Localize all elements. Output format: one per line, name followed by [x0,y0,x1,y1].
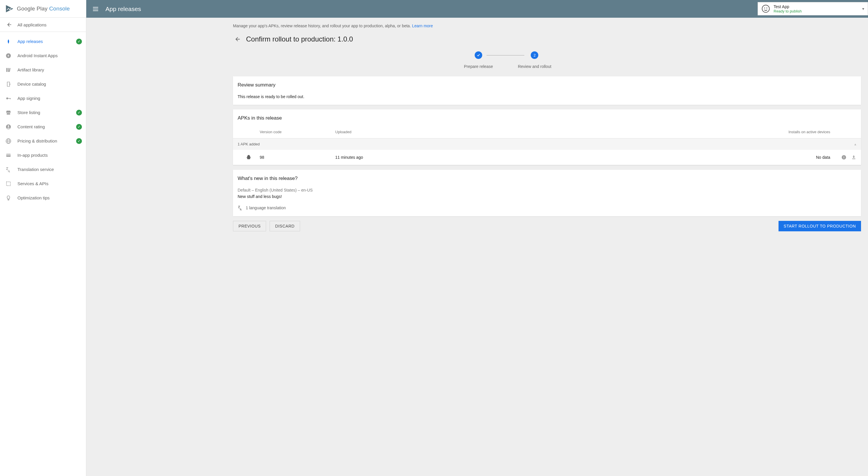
logo[interactable]: Google Play Console [0,0,86,18]
whats-new-title: What's new in this release? [238,176,857,181]
globe-icon [5,138,11,144]
nav-instant-apps[interactable]: Android Instant Apps [0,48,86,63]
whats-new-card: What's new in this release? Default – En… [233,170,861,216]
switcher-app-name: Test App [774,4,859,9]
nav-artifact-library[interactable]: Artifact library [0,63,86,77]
svg-point-21 [844,156,844,157]
check-icon: ✓ [76,124,82,130]
all-applications-link[interactable]: All applications [0,18,86,32]
sidebar: Google Play Console All applications App… [0,0,86,476]
apk-uploaded: 11 minutes ago [335,155,764,160]
download-icon[interactable] [851,155,857,160]
step-connector [487,55,524,56]
nav-services-apis[interactable]: Services & APIs [0,176,86,191]
check-icon: ✓ [76,39,82,44]
svg-point-18 [766,7,767,8]
all-applications-label: All applications [18,22,46,27]
step-number: 2 [531,52,538,59]
svg-point-9 [8,125,9,127]
intro-text: Manage your app's APKs, review release h… [86,18,868,32]
svg-point-17 [764,7,765,8]
previous-button[interactable]: PREVIOUS [233,221,266,231]
svg-rect-6 [8,98,11,99]
arrow-back-icon [6,22,12,28]
android-icon [246,155,251,160]
check-icon: ✓ [76,138,82,144]
nav-store-listing[interactable]: Store listing ✓ [0,105,86,120]
back-arrow-icon[interactable] [235,36,241,42]
info-icon[interactable] [841,155,846,160]
stepper: Prepare release 2 Review and rollout [147,52,868,69]
main: App releases Test App Ready to publish ▾… [86,0,868,476]
nav-in-app-products[interactable]: In-app products [0,148,86,162]
nav-translation-service[interactable]: Translation service [0,162,86,176]
key-icon [5,96,11,101]
nav-label: Artifact library [18,67,82,72]
step-prepare-release[interactable]: Prepare release [464,52,493,69]
device-icon [5,81,11,87]
rocket-icon [5,39,11,44]
library-icon [5,67,11,73]
app-switcher[interactable]: Test App Ready to publish ▾ [757,2,868,15]
apk-group-label: 1 APK added [238,142,260,146]
apk-group-row[interactable]: 1 APK added ▴ [233,138,861,150]
logo-text: Google Play Console [17,5,70,12]
nav-pricing-distribution[interactable]: Pricing & distribution ✓ [0,134,86,148]
svg-rect-20 [844,157,844,159]
translation-count: 1 language translation [246,205,286,210]
store-icon [5,110,11,115]
nav-content-rating[interactable]: Content rating ✓ [0,120,86,134]
nav-label: In-app products [18,153,82,158]
nav-label: Pricing & distribution [18,138,70,143]
whats-new-body: New stuff and less bugs! [238,194,857,199]
translate-icon [5,167,11,172]
nav-label: Device catalog [18,81,82,87]
dropdown-caret-icon: ▾ [862,6,864,11]
action-buttons: PREVIOUS DISCARD START ROLLOUT TO PRODUC… [233,221,861,231]
nav-label: Services & APIs [18,181,82,186]
app-face-icon [762,4,770,13]
page-title: Confirm rollout to production: 1.0.0 [246,35,353,43]
svg-rect-7 [10,98,10,99]
svg-rect-15 [6,182,10,185]
step-label: Review and rollout [518,64,551,69]
svg-marker-0 [6,5,13,12]
translate-icon [238,205,243,210]
learn-more-link[interactable]: Learn more [412,24,433,28]
nav-optimization-tips[interactable]: Optimization tips [0,191,86,205]
nav-label: Content rating [18,124,70,129]
extension-icon [5,181,11,186]
apks-title: APKs in this release [238,115,857,121]
bolt-icon [5,53,11,59]
play-console-logo-icon [5,4,14,13]
svg-rect-2 [6,68,7,72]
col-version-code: Version code [260,130,335,134]
apks-table-header: Version code Uploaded Installs on active… [233,127,861,138]
nav-label: Optimization tips [18,195,82,200]
apk-installs: No data [764,155,830,160]
bulb-icon [5,195,11,201]
card-icon [5,152,11,158]
step-done-icon [475,52,482,59]
nav-label: Store listing [18,110,70,115]
discard-button[interactable]: DISCARD [270,221,300,231]
start-rollout-button[interactable]: START ROLLOUT TO PRODUCTION [778,221,861,231]
switcher-app-status: Ready to publish [774,9,859,13]
apk-row: 98 11 minutes ago No data [233,150,861,165]
review-summary-body: This release is ready to be rolled out. [238,94,857,99]
svg-rect-3 [8,68,9,72]
check-icon: ✓ [76,110,82,115]
review-summary-card: Review summary This release is ready to … [233,76,861,105]
nav-label: Translation service [18,167,82,172]
language-translation-row[interactable]: 1 language translation [238,205,857,210]
svg-point-16 [762,5,770,12]
nav-device-catalog[interactable]: Device catalog [0,77,86,91]
topbar: App releases [86,0,868,18]
nav-app-signing[interactable]: App signing [0,91,86,105]
col-uploaded: Uploaded [335,130,764,134]
step-label: Prepare release [464,64,493,69]
nav-app-releases[interactable]: App releases ✓ [0,34,86,48]
step-review-rollout[interactable]: 2 Review and rollout [518,52,551,69]
hamburger-menu-icon[interactable] [92,5,99,12]
apk-version-code: 98 [260,155,335,160]
